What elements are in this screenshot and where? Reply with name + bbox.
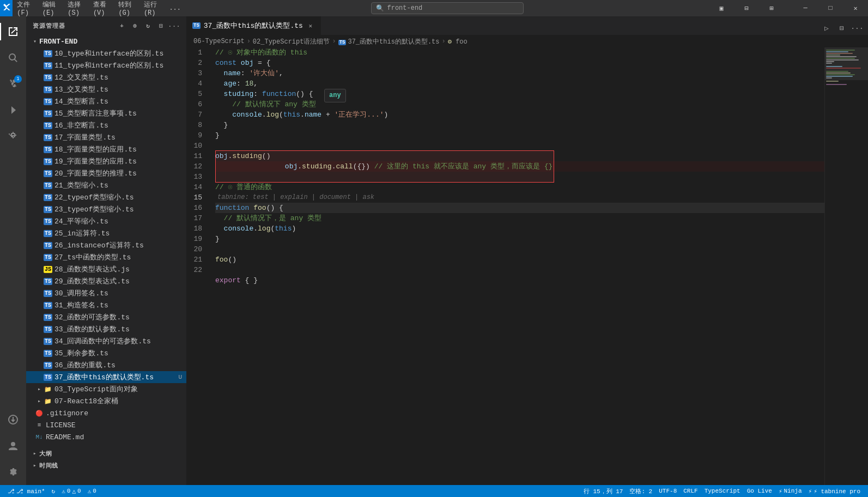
list-item[interactable]: TS 11_type和interface的区别.ts xyxy=(26,59,186,71)
timeline-section-header[interactable]: ▸ 时间线 xyxy=(26,459,186,471)
list-item[interactable]: M↓ README.md xyxy=(26,431,186,443)
list-item[interactable]: 🔴 .gitignore xyxy=(26,407,186,419)
active-file-item[interactable]: TS 37_函数中this的默认类型.ts U xyxy=(26,371,186,383)
git-branch-status[interactable]: ⎇ ⎇ main* xyxy=(4,485,48,497)
tab-ts-icon: TS xyxy=(192,22,201,29)
minimap-line xyxy=(826,61,834,62)
ts-file-icon: TS xyxy=(44,361,52,369)
list-item[interactable]: TS 27_ts中函数的类型.ts xyxy=(26,251,186,263)
list-item[interactable]: TS 31_构造签名.ts xyxy=(26,299,186,311)
menu-selection[interactable]: 选择(S) xyxy=(63,0,89,16)
list-item[interactable]: TS 34_回调函数中的可选参数.ts xyxy=(26,335,186,347)
maximize-btn[interactable]: □ xyxy=(818,0,843,16)
list-item[interactable]: TS 30_调用签名.ts xyxy=(26,287,186,299)
list-item[interactable]: TS 33_函数的默认参数.ts xyxy=(26,323,186,335)
go-live-status[interactable]: Go Live xyxy=(744,485,775,497)
spaces-status[interactable]: 空格: 2 xyxy=(626,485,655,497)
sidebar-actions: + ⊕ ↻ ⊟ ··· xyxy=(117,21,180,32)
list-item[interactable]: TS 18_字面量类型的应用.ts xyxy=(26,143,186,155)
ninja-status[interactable]: ⚡ Ninja xyxy=(775,485,805,497)
list-item[interactable]: TS 25_in运算符.ts xyxy=(26,227,186,239)
folder-typescript-oop[interactable]: ▸ 📁 03_TypeScript面向对象 xyxy=(26,383,186,395)
git-branch-label: ⎇ main* xyxy=(16,488,45,495)
list-item[interactable]: TS 20_字面量类型的推理.ts xyxy=(26,167,186,179)
new-file-btn[interactable]: + xyxy=(117,21,128,32)
menu-file[interactable]: 文件(F) xyxy=(13,0,38,16)
editor[interactable]: 1 2 3 4 5 6 7 8 9 10 11 12 13 14 xyxy=(187,47,824,485)
ts-file-icon: TS xyxy=(44,205,52,214)
folder-react18[interactable]: ▸ 📁 07-React18全家桶 xyxy=(26,395,186,407)
line-col-status[interactable]: 行 15，列 17 xyxy=(580,485,627,497)
language-status[interactable]: TypeScript xyxy=(701,485,744,497)
sync-status[interactable]: ↻ xyxy=(48,485,59,497)
info-count: 0 xyxy=(93,488,96,494)
split-editor-btn[interactable]: ⊟ xyxy=(835,22,848,35)
line-ending-status[interactable]: CRLF xyxy=(680,485,701,497)
encoding-status[interactable]: UTF-8 xyxy=(655,485,680,497)
list-item[interactable]: TS 16_非空断言.ts xyxy=(26,119,186,131)
minimize-btn[interactable]: ─ xyxy=(793,0,818,16)
more-actions-btn[interactable]: ··· xyxy=(169,21,180,32)
more-btn[interactable]: ··· xyxy=(851,22,864,35)
activity-source-control[interactable]: 1 xyxy=(0,71,26,97)
ts-file-icon: TS xyxy=(44,49,52,58)
list-item[interactable]: TS 13_交叉类型.ts xyxy=(26,83,186,95)
activity-settings[interactable] xyxy=(0,459,26,485)
list-item[interactable]: TS 19_字面量类型的应用.ts xyxy=(26,155,186,167)
layout-panel-btn[interactable]: ⊟ xyxy=(734,0,759,16)
refresh-btn[interactable]: ↻ xyxy=(143,21,154,32)
list-item[interactable]: TS 12_交叉类型.ts xyxy=(26,71,186,83)
list-item[interactable]: TS 32_函数的可选参数.ts xyxy=(26,311,186,323)
activity-extensions[interactable] xyxy=(0,123,26,149)
activity-remote[interactable] xyxy=(0,407,26,433)
list-item[interactable]: TS 29_函数类型表达式.ts xyxy=(26,275,186,287)
code-line-9: } xyxy=(215,130,824,141)
ts-file-icon: TS xyxy=(44,349,52,357)
activity-search[interactable] xyxy=(0,45,26,71)
collapse-all-btn[interactable]: ⊟ xyxy=(156,21,167,32)
list-item[interactable]: TS 24_平等缩小.ts xyxy=(26,215,186,227)
menu-goto[interactable]: 转到(G) xyxy=(114,0,139,16)
layout-activity-btn[interactable]: ⊞ xyxy=(759,0,784,16)
tabnine-status[interactable]: ⚡ ⚡ tabnine pro xyxy=(805,485,864,497)
list-item[interactable]: TS 22_typeof类型缩小.ts xyxy=(26,191,186,203)
tab-active[interactable]: TS 37_函数中this的默认类型.ts ✕ xyxy=(187,16,321,35)
breadcrumb-item-4[interactable]: ⚙ foo xyxy=(448,38,468,46)
menu-run[interactable]: 运行(R) xyxy=(139,0,165,16)
breadcrumb-sep: › xyxy=(332,38,336,45)
list-item[interactable]: TS 17_字面量类型.ts xyxy=(26,131,186,143)
license-icon: ≡ xyxy=(35,421,44,429)
menu-more[interactable]: ... xyxy=(165,0,185,16)
menu-edit[interactable]: 编辑(E) xyxy=(38,0,64,16)
list-item[interactable]: TS 15_类型断言注意事项.ts xyxy=(26,107,186,119)
activity-run-debug[interactable] xyxy=(0,97,26,123)
ln-9: 9 xyxy=(187,130,207,141)
list-item[interactable]: TS 26_instanceof运算符.ts xyxy=(26,239,186,251)
list-item[interactable]: JS 28_函数类型表达式.js xyxy=(26,263,186,275)
new-folder-btn[interactable]: ⊕ xyxy=(130,21,141,32)
breadcrumb-item-2[interactable]: 02_TypeScript语法细节 xyxy=(253,37,330,46)
list-item[interactable]: TS 23_typeof类型缩小.ts xyxy=(26,203,186,215)
menu-view[interactable]: 查看(V) xyxy=(89,0,114,16)
breadcrumb-item-1[interactable]: 06-TypeScript xyxy=(193,38,245,45)
tab-close-btn[interactable]: ✕ xyxy=(306,21,315,30)
breadcrumb-item-3[interactable]: TS37_函数中this的默认类型.ts xyxy=(338,37,440,46)
list-item[interactable]: TS 14_类型断言.ts xyxy=(26,95,186,107)
list-item[interactable]: TS 10_type和interface的区别.ts xyxy=(26,47,186,59)
errors-status[interactable]: ⚠ 0 △ 0 xyxy=(58,485,84,497)
root-folder[interactable]: ▾ FRONT-END xyxy=(26,35,186,47)
activity-explorer[interactable] xyxy=(0,19,26,45)
ts-file-icon: TS xyxy=(44,61,52,70)
info-status[interactable]: ⚠ 0 xyxy=(84,485,100,497)
list-item[interactable]: ≡ LICENSE xyxy=(26,419,186,431)
activity-account[interactable] xyxy=(0,433,26,459)
list-item[interactable]: TS 36_函数的重载.ts xyxy=(26,359,186,371)
search-bar[interactable]: 🔍 front-end xyxy=(371,2,524,14)
layout-sidebar-btn[interactable]: ▣ xyxy=(709,0,734,16)
run-btn[interactable]: ▷ xyxy=(820,22,833,35)
list-item[interactable]: TS 35_剩余参数.ts xyxy=(26,347,186,359)
list-item[interactable]: TS 21_类型缩小.ts xyxy=(26,179,186,191)
close-btn[interactable]: ✕ xyxy=(843,0,868,16)
minimap-line xyxy=(826,77,832,78)
outline-section-header[interactable]: ▸ 大纲 xyxy=(26,447,186,459)
